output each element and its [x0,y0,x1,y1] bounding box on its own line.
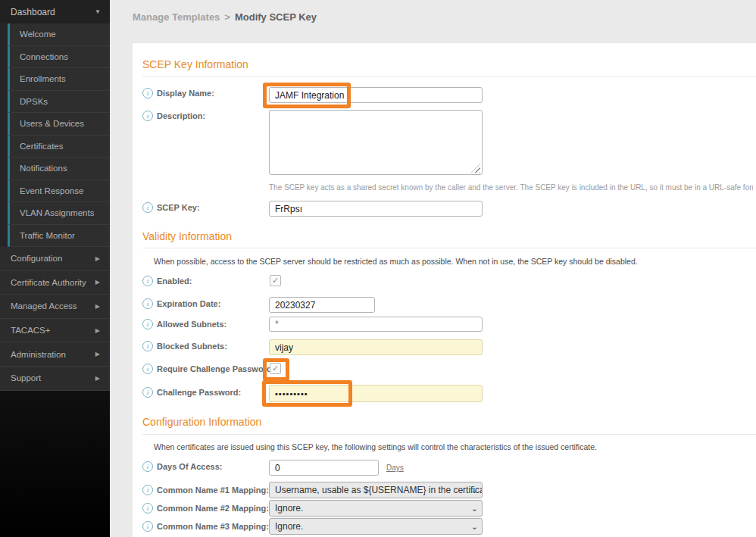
enabled-checkbox[interactable]: ✓ [270,275,281,286]
require-challenge-password-label: Require Challenge Password? [157,364,276,373]
info-icon[interactable]: i [142,276,153,286]
sidebar-item-dpsks[interactable]: DPSKs [8,91,110,114]
common-name-1-mapping-select[interactable]: Username, usable as ${USERNAME} in the c… [269,482,483,498]
sidebar-item-label: Users & Devices [20,119,84,128]
sidebar-item-label: Notifications [20,164,67,173]
resize-grip-icon[interactable] [471,164,480,173]
allowed-subnets-label: Allowed Subnets: [157,320,226,329]
days-of-access-input[interactable] [269,460,379,476]
chevron-down-icon: ▼ [95,8,101,15]
sidebar-group-configuration[interactable]: Configuration▶ [0,247,110,271]
sidebar-group-certificate-authority[interactable]: Certificate Authority▶ [0,271,110,295]
scep-key-label: SCEP Key: [157,203,200,212]
sidebar-item-traffic-monitor[interactable]: Traffic Monitor [8,225,110,248]
common-name-2-mapping-select[interactable]: Ignore.⌄ [269,500,483,517]
info-icon[interactable]: i [142,319,153,329]
scep-key-input[interactable] [269,201,483,217]
expiration-date-input[interactable] [269,297,375,313]
sidebar-group-support[interactable]: Support▶ [0,367,110,391]
challenge-password-label: Challenge Password: [157,388,241,397]
arrow-right-icon: ▶ [95,255,100,262]
section-title-validity-information: Validity Information [142,230,232,242]
description-textarea[interactable] [269,110,483,175]
sidebar-header-dashboard[interactable]: Dashboard ▼ [0,0,110,23]
sidebar-group-managed-access[interactable]: Managed Access▶ [0,295,110,319]
common-name-1-mapping-label: Common Name #1 Mapping: [157,485,269,495]
arrow-right-icon: ▶ [95,351,100,357]
page: Dashboard ▼ Welcome Connections Enrollme… [0,0,756,537]
sidebar-group-administration[interactable]: Administration▶ [0,342,110,367]
sidebar-group-tacacs[interactable]: TACACS+▶ [0,319,110,343]
sidebar-group-label: Certificate Authority [11,278,86,287]
arrow-right-icon: ▶ [95,327,100,334]
challenge-password-input[interactable] [269,385,483,402]
sidebar-group-label: TACACS+ [11,326,51,335]
common-name-3-mapping-label: Common Name #3 Mapping: [157,522,269,531]
description-label: Description: [157,111,205,120]
section-divider [142,434,756,435]
chevron-down-icon: ⌄ [471,482,478,498]
allowed-subnets-input[interactable] [269,317,483,332]
sidebar-item-event-response[interactable]: Event Response [8,180,110,203]
select-value: Username, usable as ${USERNAME} in the c… [275,485,483,495]
sidebar-item-connections[interactable]: Connections [8,46,110,69]
info-icon[interactable]: i [142,485,153,495]
days-unit-link[interactable]: Days [386,464,404,472]
check-icon: ✓ [272,364,279,373]
sidebar-submenu: Welcome Connections Enrollments DPSKs Us… [0,23,110,247]
info-icon[interactable]: i [142,111,153,121]
breadcrumb-manage-templates[interactable]: Manage Templates [133,11,220,23]
sidebar-item-label: Enrollments [20,74,66,83]
sidebar-group-label: Managed Access [11,301,77,311]
common-name-3-mapping-select[interactable]: Ignore.⌄ [269,518,483,535]
sidebar-item-notifications[interactable]: Notifications [8,158,110,180]
info-icon[interactable]: i [142,341,153,351]
blocked-subnets-input[interactable] [269,339,483,355]
sidebar-item-label: DPSKs [20,97,48,106]
display-name-label: Display Name: [157,89,214,98]
content-card: SCEP Key Information i Display Name: i D… [133,43,756,537]
sidebar-groups: Configuration▶ Certificate Authority▶ Ma… [0,247,110,391]
section-title-scep-key-information: SCEP Key Information [142,58,248,70]
info-icon[interactable]: i [142,387,153,398]
days-of-access-label: Days Of Access: [157,462,222,471]
configuration-note: When certificates are issued using this … [154,442,597,451]
page-title: Modify SCEP Key [235,11,317,23]
sidebar-item-label: Event Response [20,186,83,195]
sidebar-item-label: Connections [20,52,68,61]
info-icon[interactable]: i [142,521,153,532]
display-name-input[interactable] [269,87,483,103]
sidebar-item-label: VLAN Assignments [20,208,94,217]
common-name-2-mapping-label: Common Name #2 Mapping: [157,504,269,513]
chevron-down-icon: ⌄ [471,501,478,516]
validity-note: When possible, access to the SCEP server… [154,257,638,266]
select-value: Ignore. [275,503,303,514]
info-icon[interactable]: i [142,202,153,213]
sidebar: Dashboard ▼ Welcome Connections Enrollme… [0,0,110,537]
sidebar-item-enrollments[interactable]: Enrollments [8,68,110,91]
arrow-right-icon: ▶ [95,303,100,310]
enabled-label: Enabled: [157,276,192,286]
info-icon[interactable]: i [142,298,153,309]
breadcrumb: Manage Templates>Modify SCEP Key [133,11,317,23]
blocked-subnets-label: Blocked Subnets: [157,342,227,351]
info-icon[interactable]: i [142,88,153,98]
info-icon[interactable]: i [142,461,153,472]
sidebar-item-label: Certificates [20,142,64,151]
sidebar-group-label: Support [11,373,41,382]
section-divider [142,76,756,76]
section-title-configuration-information: Configuration Information [142,416,261,428]
sidebar-header-label: Dashboard [11,7,55,17]
sidebar-item-welcome[interactable]: Welcome [8,23,110,46]
expiration-date-label: Expiration Date: [157,299,220,308]
sidebar-item-certificates[interactable]: Certificates [8,136,110,158]
sidebar-group-label: Administration [11,350,66,359]
info-icon[interactable]: i [142,503,153,514]
require-challenge-password-checkbox[interactable]: ✓ [270,363,281,374]
breadcrumb-separator: > [224,11,230,23]
sidebar-item-users-devices[interactable]: Users & Devices [8,113,110,136]
sidebar-item-vlan-assignments[interactable]: VLAN Assignments [8,202,110,225]
info-icon[interactable]: i [142,364,153,374]
section-divider [142,248,756,248]
arrow-right-icon: ▶ [95,375,100,382]
